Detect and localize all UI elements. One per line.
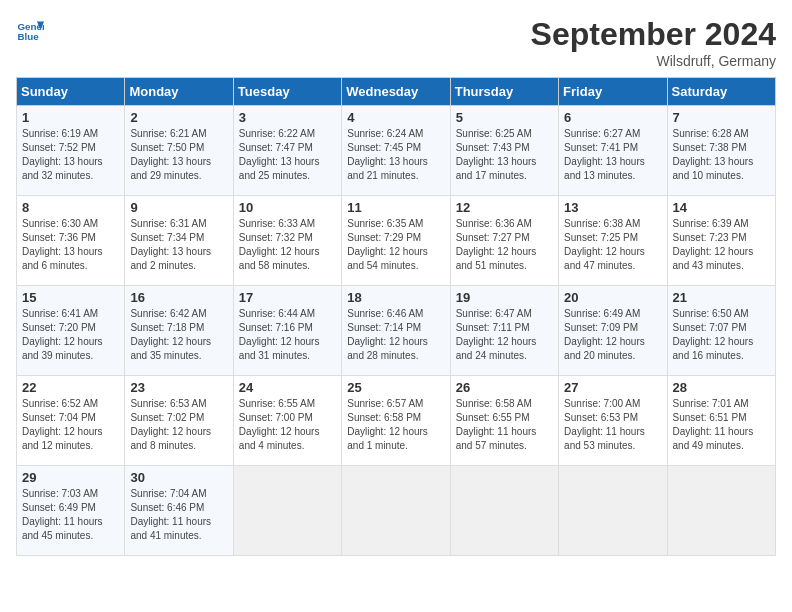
calendar-week-row: 22Sunrise: 6:52 AM Sunset: 7:04 PM Dayli… (17, 376, 776, 466)
header-monday: Monday (125, 78, 233, 106)
calendar-day-7: 7Sunrise: 6:28 AM Sunset: 7:38 PM Daylig… (667, 106, 775, 196)
header-tuesday: Tuesday (233, 78, 341, 106)
calendar-week-row: 1Sunrise: 6:19 AM Sunset: 7:52 PM Daylig… (17, 106, 776, 196)
calendar-empty (233, 466, 341, 556)
header-saturday: Saturday (667, 78, 775, 106)
calendar-empty (342, 466, 450, 556)
calendar-empty (559, 466, 667, 556)
calendar-day-20: 20Sunrise: 6:49 AM Sunset: 7:09 PM Dayli… (559, 286, 667, 376)
calendar-day-28: 28Sunrise: 7:01 AM Sunset: 6:51 PM Dayli… (667, 376, 775, 466)
header-friday: Friday (559, 78, 667, 106)
calendar-week-row: 15Sunrise: 6:41 AM Sunset: 7:20 PM Dayli… (17, 286, 776, 376)
calendar-day-3: 3Sunrise: 6:22 AM Sunset: 7:47 PM Daylig… (233, 106, 341, 196)
calendar-day-11: 11Sunrise: 6:35 AM Sunset: 7:29 PM Dayli… (342, 196, 450, 286)
calendar-day-30: 30Sunrise: 7:04 AM Sunset: 6:46 PM Dayli… (125, 466, 233, 556)
calendar-day-10: 10Sunrise: 6:33 AM Sunset: 7:32 PM Dayli… (233, 196, 341, 286)
calendar-empty (450, 466, 558, 556)
calendar-day-26: 26Sunrise: 6:58 AM Sunset: 6:55 PM Dayli… (450, 376, 558, 466)
calendar-day-15: 15Sunrise: 6:41 AM Sunset: 7:20 PM Dayli… (17, 286, 125, 376)
header-wednesday: Wednesday (342, 78, 450, 106)
calendar-day-22: 22Sunrise: 6:52 AM Sunset: 7:04 PM Dayli… (17, 376, 125, 466)
calendar-day-24: 24Sunrise: 6:55 AM Sunset: 7:00 PM Dayli… (233, 376, 341, 466)
location: Wilsdruff, Germany (531, 53, 776, 69)
calendar-day-23: 23Sunrise: 6:53 AM Sunset: 7:02 PM Dayli… (125, 376, 233, 466)
calendar-body: 1Sunrise: 6:19 AM Sunset: 7:52 PM Daylig… (17, 106, 776, 556)
calendar-day-27: 27Sunrise: 7:00 AM Sunset: 6:53 PM Dayli… (559, 376, 667, 466)
calendar-day-14: 14Sunrise: 6:39 AM Sunset: 7:23 PM Dayli… (667, 196, 775, 286)
header-thursday: Thursday (450, 78, 558, 106)
logo-icon: General Blue (16, 16, 44, 44)
calendar-empty (667, 466, 775, 556)
calendar-day-18: 18Sunrise: 6:46 AM Sunset: 7:14 PM Dayli… (342, 286, 450, 376)
calendar-day-5: 5Sunrise: 6:25 AM Sunset: 7:43 PM Daylig… (450, 106, 558, 196)
svg-text:Blue: Blue (17, 31, 39, 42)
month-title: September 2024 (531, 16, 776, 53)
calendar-day-25: 25Sunrise: 6:57 AM Sunset: 6:58 PM Dayli… (342, 376, 450, 466)
calendar-day-9: 9Sunrise: 6:31 AM Sunset: 7:34 PM Daylig… (125, 196, 233, 286)
calendar-day-8: 8Sunrise: 6:30 AM Sunset: 7:36 PM Daylig… (17, 196, 125, 286)
calendar-day-6: 6Sunrise: 6:27 AM Sunset: 7:41 PM Daylig… (559, 106, 667, 196)
calendar-day-19: 19Sunrise: 6:47 AM Sunset: 7:11 PM Dayli… (450, 286, 558, 376)
calendar-day-16: 16Sunrise: 6:42 AM Sunset: 7:18 PM Dayli… (125, 286, 233, 376)
calendar-header-row: SundayMondayTuesdayWednesdayThursdayFrid… (17, 78, 776, 106)
calendar-week-row: 8Sunrise: 6:30 AM Sunset: 7:36 PM Daylig… (17, 196, 776, 286)
calendar-table: SundayMondayTuesdayWednesdayThursdayFrid… (16, 77, 776, 556)
calendar-day-2: 2Sunrise: 6:21 AM Sunset: 7:50 PM Daylig… (125, 106, 233, 196)
calendar-day-21: 21Sunrise: 6:50 AM Sunset: 7:07 PM Dayli… (667, 286, 775, 376)
calendar-day-1: 1Sunrise: 6:19 AM Sunset: 7:52 PM Daylig… (17, 106, 125, 196)
calendar-day-12: 12Sunrise: 6:36 AM Sunset: 7:27 PM Dayli… (450, 196, 558, 286)
calendar-day-4: 4Sunrise: 6:24 AM Sunset: 7:45 PM Daylig… (342, 106, 450, 196)
header-sunday: Sunday (17, 78, 125, 106)
calendar-day-17: 17Sunrise: 6:44 AM Sunset: 7:16 PM Dayli… (233, 286, 341, 376)
logo: General Blue (16, 16, 44, 44)
title-block: September 2024 Wilsdruff, Germany (531, 16, 776, 69)
calendar-day-29: 29Sunrise: 7:03 AM Sunset: 6:49 PM Dayli… (17, 466, 125, 556)
calendar-week-row: 29Sunrise: 7:03 AM Sunset: 6:49 PM Dayli… (17, 466, 776, 556)
calendar-day-13: 13Sunrise: 6:38 AM Sunset: 7:25 PM Dayli… (559, 196, 667, 286)
